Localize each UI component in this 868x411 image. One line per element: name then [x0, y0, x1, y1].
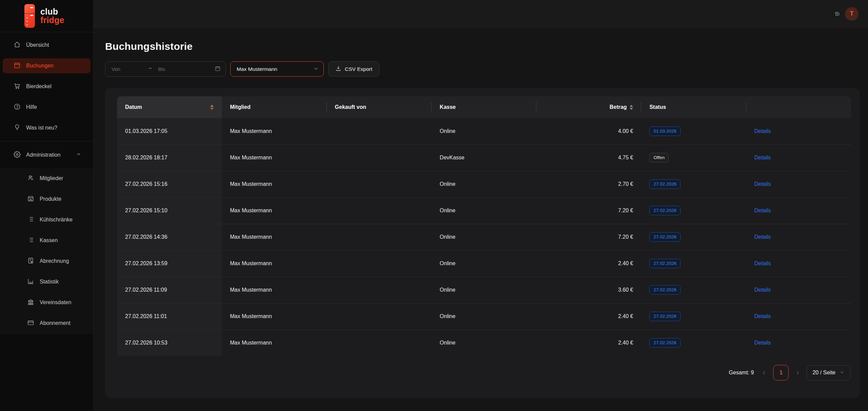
lightbulb-icon [14, 124, 21, 132]
cell-actions: Details [746, 144, 851, 171]
fridge-logo-icon [24, 4, 35, 28]
column-header-actions [746, 96, 851, 118]
cell-mitglied: Max Mustermann [222, 250, 327, 277]
table-row: 27.02.2026 11:01 Max Mustermann Online 2… [117, 303, 851, 330]
cell-actions: Details [746, 250, 851, 277]
sidebar-item-kuehlschraenke[interactable]: Kühlschränke [3, 212, 91, 227]
cell-mitglied: Max Mustermann [222, 171, 327, 197]
next-page-button[interactable] [795, 370, 801, 376]
details-link[interactable]: Details [754, 208, 771, 213]
cell-status: 27.02.2026 [641, 171, 746, 197]
sidebar-nav: Übersicht Buchungen Bierdeckel Hilfe Was… [0, 32, 93, 334]
sidebar-item-uebersicht[interactable]: Übersicht [3, 38, 91, 53]
details-link[interactable]: Details [754, 128, 771, 134]
sidebar-item-abrechnung[interactable]: Abrechnung [3, 254, 91, 269]
cell-status: 27.02.2026 [641, 330, 746, 356]
gear-icon [14, 151, 21, 159]
sidebar-item-produkte[interactable]: Produkte [3, 192, 91, 207]
page-number-button[interactable]: 1 [773, 365, 789, 380]
member-select-value: Max Mustermann [237, 66, 313, 72]
sidebar-item-buchungen[interactable]: Buchungen [3, 58, 91, 73]
cell-kasse: Online [432, 197, 536, 224]
arrow-right-icon [147, 66, 153, 72]
sidebar-item-hilfe[interactable]: Hilfe [3, 100, 91, 115]
column-header-status: Status [641, 96, 746, 118]
cell-status: 27.02.2026 [641, 277, 746, 303]
column-header-betrag[interactable]: Betrag [536, 96, 641, 118]
previous-page-button[interactable] [761, 370, 767, 376]
list-icon [27, 216, 34, 224]
cell-actions: Details [746, 118, 851, 144]
date-from-placeholder[interactable]: Von [112, 66, 145, 72]
invoice-icon [27, 257, 34, 266]
cell-gekauft-von [327, 144, 432, 171]
help-circle-icon [14, 103, 21, 112]
sidebar-item-bierdeckel[interactable]: Bierdeckel [3, 79, 91, 94]
status-badge: 27.02.2026 [649, 285, 680, 295]
column-header-datum[interactable]: Datum [117, 96, 222, 118]
content: Buchungshistorie Von Bis Max Mustermann … [94, 28, 868, 411]
sidebar-admin-submenu: Mitglieder Produkte Kühlschränke Kassen … [0, 168, 93, 334]
table-body: 01.03.2026 17:05 Max Mustermann Online 4… [117, 118, 851, 356]
chevron-up-icon [76, 152, 81, 158]
brand-name: club fridge [40, 7, 64, 25]
details-link[interactable]: Details [754, 260, 771, 266]
cell-gekauft-von [327, 277, 432, 303]
page-size-select[interactable]: 20 / Seite [807, 365, 850, 380]
status-badge: Offen [649, 153, 669, 162]
cell-gekauft-von [327, 197, 432, 224]
cell-gekauft-von [327, 118, 432, 144]
sidebar-item-kassen[interactable]: Kassen [3, 233, 91, 248]
cell-gekauft-von [327, 303, 432, 330]
details-link[interactable]: Details [754, 287, 771, 293]
cell-status: 27.02.2026 [641, 250, 746, 277]
bookings-table: Datum Mitglied Gekauft von Kasse Betrag [117, 96, 851, 356]
cart-icon [14, 82, 21, 91]
username-label: tb [835, 11, 840, 17]
cell-mitglied: Max Mustermann [222, 303, 327, 330]
store-icon [27, 195, 34, 203]
details-link[interactable]: Details [754, 155, 771, 160]
sidebar-divider [0, 141, 93, 141]
bank-icon [27, 298, 34, 307]
brand-logo[interactable]: club fridge [0, 0, 93, 32]
cell-actions: Details [746, 303, 851, 330]
details-link[interactable]: Details [754, 234, 771, 240]
sort-icon-betrag[interactable] [630, 105, 633, 110]
main-area: tb T Buchungshistorie Von Bis Max Muster… [94, 0, 868, 411]
csv-export-button[interactable]: CSV Export [328, 61, 379, 77]
sidebar-item-vereinsdaten[interactable]: Vereinsdaten [3, 295, 91, 310]
sidebar-item-mitglieder[interactable]: Mitglieder [3, 171, 91, 186]
cell-gekauft-von [327, 224, 432, 250]
page-title: Buchungshistorie [105, 41, 860, 52]
table-header-row: Datum Mitglied Gekauft von Kasse Betrag [117, 96, 851, 118]
bar-chart-icon [27, 278, 34, 286]
details-link[interactable]: Details [754, 181, 771, 187]
home-icon [14, 41, 21, 50]
cell-gekauft-von [327, 250, 432, 277]
total-count-label: Gesamt: 9 [729, 370, 754, 376]
calendar-icon [14, 62, 21, 70]
cell-actions: Details [746, 171, 851, 197]
status-badge: 27.02.2026 [649, 338, 680, 348]
sort-icon-datum[interactable] [210, 105, 214, 110]
cell-status: 01.03.2026 [641, 118, 746, 144]
date-range-picker[interactable]: Von Bis [105, 61, 226, 77]
sidebar-group-administration[interactable]: Administration [3, 148, 91, 162]
cell-mitglied: Max Mustermann [222, 144, 327, 171]
member-select[interactable]: Max Mustermann [230, 61, 324, 77]
sidebar-item-was-ist-neu[interactable]: Was ist neu? [3, 120, 91, 135]
status-badge: 27.02.2026 [649, 259, 680, 268]
cell-betrag: 4.75 € [536, 144, 641, 171]
cell-mitglied: Max Mustermann [222, 277, 327, 303]
details-link[interactable]: Details [754, 313, 771, 319]
sidebar-item-statistik[interactable]: Statistik [3, 274, 91, 289]
chevron-down-icon [840, 370, 845, 376]
calendar-icon [215, 65, 221, 73]
status-badge: 27.02.2026 [649, 179, 680, 189]
avatar[interactable]: T [845, 7, 859, 21]
credit-card-icon [27, 319, 34, 328]
sidebar-item-abonnement[interactable]: Abonnement [3, 316, 91, 331]
details-link[interactable]: Details [754, 340, 771, 346]
date-to-placeholder[interactable]: Bis [155, 66, 213, 72]
